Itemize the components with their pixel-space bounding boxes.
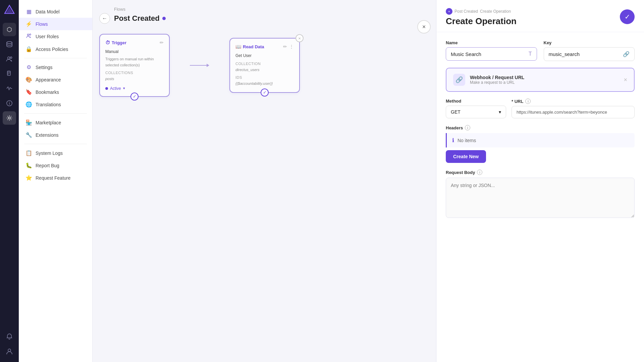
name-value: Music Search bbox=[451, 51, 481, 57]
close-button[interactable]: × bbox=[417, 20, 431, 34]
name-key-row: Name Music Search T Key music_search 🔗 bbox=[446, 40, 635, 61]
request-body-info-icon: i bbox=[477, 170, 482, 175]
key-input[interactable]: music_search 🔗 bbox=[544, 47, 635, 61]
sidebar-item-settings[interactable]: ⚙ Settings bbox=[19, 61, 92, 73]
sidebar-item-label: Report Bug bbox=[36, 163, 59, 168]
svg-point-8 bbox=[9, 102, 10, 103]
rp-operation-label: Create Operation bbox=[480, 9, 511, 14]
app-logo bbox=[3, 4, 15, 16]
collection-label: Collection bbox=[235, 61, 294, 67]
sidebar-item-label: Marketplace bbox=[36, 120, 61, 125]
method-group: Method GET ▾ bbox=[446, 99, 506, 118]
connector-arrow bbox=[207, 64, 209, 67]
key-label: Key bbox=[544, 40, 635, 45]
marketplace-icon: 🏪 bbox=[25, 119, 32, 126]
sidebar-item-user-roles[interactable]: User Roles bbox=[19, 30, 92, 43]
collections-value: posts bbox=[105, 76, 164, 82]
sidebar-item-system-logs[interactable]: 📋 System Logs bbox=[19, 147, 92, 159]
edit-node-icon[interactable]: ✏ bbox=[283, 44, 287, 49]
sidebar-item-access-policies[interactable]: 🔒 Access Policies bbox=[19, 43, 92, 55]
sidebar-item-data-model[interactable]: ▦ Data Model bbox=[19, 5, 92, 18]
settings-nav-icon[interactable] bbox=[3, 111, 16, 125]
node-cancel-icon[interactable]: × bbox=[296, 34, 304, 42]
request-body-textarea[interactable] bbox=[446, 178, 635, 218]
database-icon[interactable] bbox=[3, 38, 16, 51]
status-dot bbox=[105, 87, 108, 90]
request-body-section: Request Body i bbox=[446, 170, 635, 218]
sidebar-item-label: User Roles bbox=[36, 34, 59, 39]
back-button[interactable]: ← bbox=[99, 13, 110, 24]
method-url-row: Method GET ▾ * URL i https://itunes.appl… bbox=[446, 99, 635, 118]
sidebar-item-label: Bookmarks bbox=[36, 89, 59, 95]
headers-section: Headers i ℹ No items Create New bbox=[446, 125, 635, 163]
sidebar-item-request-feature[interactable]: ⭐ Request Feature bbox=[19, 172, 92, 184]
sidebar-item-report-bug[interactable]: 🐛 Report Bug bbox=[19, 159, 92, 172]
webhook-card[interactable]: 🔗 Webhook / Request URL Make a request t… bbox=[446, 68, 635, 92]
users-icon[interactable] bbox=[3, 52, 16, 66]
sidebar-item-label: Data Model bbox=[36, 9, 60, 14]
svg-point-11 bbox=[28, 34, 29, 36]
webhook-title: Webhook / Request URL bbox=[470, 75, 524, 80]
key-icon: 🔗 bbox=[623, 51, 630, 57]
webhook-close-icon[interactable]: × bbox=[624, 76, 627, 83]
canvas-area: Flows ← Post Created × ⏱ Trigger ✏ bbox=[93, 0, 436, 362]
request-body-label: Request Body bbox=[446, 170, 475, 175]
settings-icon: ⚙ bbox=[25, 64, 32, 70]
sidebar-item-extensions[interactable]: 🔧 Extensions bbox=[19, 129, 92, 141]
data-model-icon: ▦ bbox=[25, 8, 32, 15]
edit-trigger-icon[interactable]: ✏ bbox=[160, 40, 164, 45]
url-input[interactable]: https://itunes.apple.com/search?term=bey… bbox=[512, 106, 635, 118]
webhook-icon: 🔗 bbox=[453, 74, 465, 86]
create-new-button[interactable]: Create New bbox=[446, 150, 486, 163]
method-value: GET bbox=[451, 109, 461, 115]
url-value: https://itunes.apple.com/search?term=bey… bbox=[517, 110, 607, 115]
user-avatar-icon[interactable] bbox=[3, 345, 16, 358]
sidebar-item-flows[interactable]: ⚡ Flows bbox=[19, 18, 92, 30]
page-title: Post Created bbox=[114, 14, 166, 23]
rp-bc-icon: + bbox=[446, 8, 452, 15]
svg-point-3 bbox=[8, 57, 10, 59]
method-chevron-icon: ▾ bbox=[499, 109, 501, 115]
url-label: * URL bbox=[512, 99, 523, 104]
chevron-down-icon[interactable]: ▾ bbox=[123, 86, 125, 90]
connector-line bbox=[190, 65, 207, 66]
sidebar-item-bookmarks[interactable]: 🔖 Bookmarks bbox=[19, 86, 92, 98]
trigger-description: Triggers on manual run within selected c… bbox=[105, 56, 164, 68]
name-input[interactable]: Music Search T bbox=[446, 47, 537, 61]
status-label: Active bbox=[110, 86, 121, 91]
icon-bar: ⬡ bbox=[0, 0, 19, 362]
sidebar-item-appearance[interactable]: 🎨 Appearance bbox=[19, 73, 92, 86]
no-items-box: ℹ No items bbox=[446, 133, 635, 147]
sidebar-item-label: Settings bbox=[36, 65, 53, 70]
sidebar-item-translations[interactable]: 🌐 Translations bbox=[19, 98, 92, 111]
trigger-icon: ⏱ bbox=[105, 40, 110, 45]
bookmarks-icon: 🔖 bbox=[25, 89, 32, 95]
sidebar-item-marketplace[interactable]: 🏪 Marketplace bbox=[19, 116, 92, 129]
method-label: Method bbox=[446, 99, 506, 104]
notification-icon[interactable] bbox=[3, 330, 16, 343]
user-roles-icon bbox=[25, 33, 32, 40]
sidebar-divider-2 bbox=[24, 113, 87, 114]
activity-icon[interactable] bbox=[3, 82, 16, 95]
confirm-button[interactable]: ✓ bbox=[620, 9, 635, 24]
extensions-icon: 🔧 bbox=[25, 132, 32, 138]
active-dot bbox=[162, 17, 166, 20]
method-select[interactable]: GET ▾ bbox=[446, 106, 506, 118]
no-items-icon: ℹ bbox=[452, 137, 454, 143]
sidebar-item-label: Flows bbox=[36, 21, 48, 27]
info-nav-icon[interactable] bbox=[3, 97, 16, 110]
text-format-icon: T bbox=[529, 51, 532, 57]
report-bug-icon: 🐛 bbox=[25, 162, 32, 169]
right-panel: + Post Created Create Operation Create O… bbox=[436, 0, 644, 362]
sidebar-divider-3 bbox=[24, 144, 87, 144]
sidebar-item-label: System Logs bbox=[36, 150, 63, 156]
ids-value: {{$accountability.user}} bbox=[235, 81, 294, 87]
home-icon[interactable]: ⬡ bbox=[3, 23, 16, 36]
headers-info-icon: i bbox=[465, 125, 470, 130]
sidebar-divider-1 bbox=[24, 58, 87, 58]
files-icon[interactable] bbox=[3, 67, 16, 80]
connector bbox=[190, 64, 209, 67]
sidebar-item-label: Appearance bbox=[36, 77, 61, 82]
more-options-icon[interactable]: ⋮ bbox=[289, 44, 294, 49]
breadcrumb: Flows bbox=[114, 7, 125, 12]
